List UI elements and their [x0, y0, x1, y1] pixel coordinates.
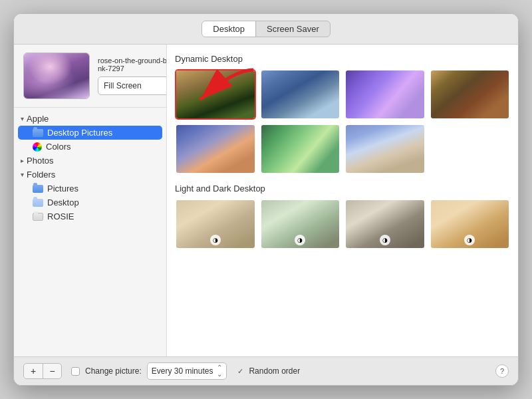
- tab-desktop[interactable]: Desktop: [202, 21, 255, 37]
- sidebar-section-photos-label: Photos: [27, 156, 53, 166]
- light-dark-item-1[interactable]: ◑: [175, 199, 256, 249]
- sidebar-item-desktop-pictures-label: Desktop Pictures: [47, 128, 112, 138]
- colors-icon: [33, 142, 42, 152]
- file-name: rose-on-the-ground-black-pink-7297: [98, 57, 167, 72]
- sidebar-item-desktop-folder[interactable]: Desktop: [14, 196, 166, 209]
- wallpaper-image-4: [431, 70, 509, 118]
- chevron-down-icon: ▾: [21, 115, 24, 122]
- preview-section: rose-on-the-ground-black-pink-7297 Fill …: [14, 45, 166, 108]
- wallpaper-image-5: [176, 125, 255, 173]
- wallpaper-image-7: [346, 125, 424, 173]
- remove-button[interactable]: −: [43, 364, 61, 378]
- light-dark-item-2[interactable]: ◑: [260, 199, 341, 249]
- fill-mode-select[interactable]: Fill Screen ▲▼: [98, 76, 167, 95]
- interval-select-arrows-icon: ⌃⌄: [217, 364, 222, 378]
- preview-thumbnail[interactable]: [23, 53, 90, 99]
- folder-rosie-icon: [33, 213, 43, 221]
- sidebar-section-photos[interactable]: ▸ Photos: [14, 154, 166, 168]
- change-interval-label: Every 30 minutes: [152, 366, 213, 376]
- wallpaper-item-6[interactable]: [260, 124, 341, 174]
- right-panel: Dynamic Desktop: [167, 45, 518, 356]
- change-interval-select[interactable]: Every 30 minutes ⌃⌄: [147, 362, 227, 380]
- light-dark-icon-3: ◑: [380, 235, 390, 245]
- random-order-row: ✓ Random order: [236, 366, 486, 376]
- sidebar-item-rosie[interactable]: ROSIE: [14, 209, 166, 223]
- help-button[interactable]: ?: [495, 364, 509, 378]
- sidebar-item-colors[interactable]: Colors: [14, 140, 166, 154]
- light-dark-icon-2: ◑: [295, 235, 305, 245]
- sidebar-item-rosie-label: ROSIE: [47, 211, 74, 221]
- folder-blue-icon: [33, 129, 43, 137]
- sidebar-item-desktop-pictures[interactable]: Desktop Pictures: [18, 126, 162, 140]
- bottom-bar: + − Change picture: Every 30 minutes ⌃⌄ …: [14, 356, 518, 385]
- tab-screen-saver[interactable]: Screen Saver: [256, 21, 330, 37]
- title-bar: Desktop Screen Saver: [14, 14, 518, 45]
- wallpaper-item-1[interactable]: [175, 69, 256, 120]
- sidebar-item-colors-label: Colors: [46, 142, 71, 152]
- sidebar-item-pictures[interactable]: Pictures: [14, 182, 166, 196]
- fill-mode-label: Fill Screen: [104, 81, 167, 90]
- file-info: rose-on-the-ground-black-pink-7297 Fill …: [98, 57, 167, 95]
- sidebar-item-desktop-folder-label: Desktop: [47, 198, 79, 207]
- section-label-dynamic: Dynamic Desktop: [175, 54, 510, 64]
- wallpaper-item-4[interactable]: [430, 69, 511, 120]
- wallpaper-image-2: [261, 70, 340, 118]
- left-panel: rose-on-the-ground-black-pink-7297 Fill …: [14, 45, 167, 356]
- sidebar-item-pictures-label: Pictures: [47, 184, 78, 194]
- tab-group: Desktop Screen Saver: [201, 21, 330, 37]
- change-picture-checkbox[interactable]: [71, 367, 80, 376]
- wallpaper-item-7[interactable]: [344, 124, 426, 174]
- folder-pictures-icon: [33, 185, 43, 193]
- section-label-light-dark: Light and Dark Desktop: [175, 184, 510, 194]
- change-picture-row: Change picture: Every 30 minutes ⌃⌄: [71, 362, 227, 380]
- light-dark-grid: ◑ ◑ ◑ ◑: [175, 199, 510, 249]
- light-dark-item-3[interactable]: ◑: [344, 199, 426, 249]
- sidebar-tree: ▾ Apple Desktop Pictures Colors ▸ Photos: [14, 108, 166, 356]
- change-picture-label: Change picture:: [85, 366, 142, 376]
- wallpaper-grid-container[interactable]: Dynamic Desktop: [167, 45, 518, 356]
- light-dark-item-4[interactable]: ◑: [430, 199, 511, 249]
- wallpaper-item-3[interactable]: [344, 69, 426, 120]
- add-button[interactable]: +: [24, 364, 43, 378]
- preview-image: [24, 53, 89, 98]
- sidebar-section-folders[interactable]: ▾ Folders: [14, 168, 166, 182]
- desktop-preferences-window: Desktop Screen Saver rose-on-the-ground-…: [13, 13, 519, 386]
- random-order-checkmark: ✓: [236, 367, 245, 376]
- chevron-down-icon-2: ▾: [21, 171, 24, 178]
- wallpaper-image-1: [176, 70, 255, 118]
- add-remove-group: + −: [23, 363, 62, 379]
- wallpaper-image-6: [261, 125, 340, 173]
- sidebar-section-apple-label: Apple: [27, 114, 49, 124]
- wallpaper-item-2[interactable]: [260, 69, 341, 120]
- random-order-label: Random order: [249, 366, 300, 376]
- dynamic-desktop-grid: [175, 69, 510, 174]
- content-area: rose-on-the-ground-black-pink-7297 Fill …: [14, 45, 518, 356]
- light-dark-icon-1: ◑: [210, 235, 221, 245]
- folder-desktop-icon: [33, 199, 43, 207]
- sidebar-section-apple[interactable]: ▾ Apple: [14, 112, 166, 126]
- wallpaper-item-5[interactable]: [175, 124, 256, 174]
- wallpaper-image-3: [346, 70, 424, 118]
- light-dark-icon-4: ◑: [464, 235, 475, 245]
- chevron-right-icon: ▸: [21, 157, 24, 164]
- sidebar-section-folders-label: Folders: [27, 170, 55, 180]
